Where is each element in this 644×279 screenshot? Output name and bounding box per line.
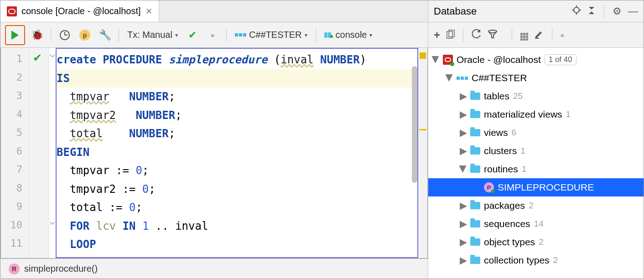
- editor-tabbar: console [Oracle - @localhost] ✕: [0, 0, 428, 22]
- tree-row[interactable]: ▶routines1: [428, 160, 644, 178]
- expand-arrow-icon[interactable]: ▶: [444, 75, 455, 81]
- add-button[interactable]: +: [434, 29, 440, 41]
- more-button[interactable]: »: [561, 31, 564, 39]
- folder-icon: [470, 202, 480, 209]
- count-label: 2: [539, 237, 544, 247]
- tree-row[interactable]: PSIMPLEPROCEDURE: [428, 178, 644, 196]
- code-line[interactable]: tmpvar := 0;: [57, 161, 417, 180]
- code-line[interactable]: create PROCEDURE simpleprocedure (inval …: [57, 51, 417, 69]
- commit-button[interactable]: ✔: [184, 27, 201, 43]
- expand-arrow-icon[interactable]: ▶: [460, 255, 467, 266]
- filter-button[interactable]: [488, 30, 497, 40]
- database-tree[interactable]: ▶Oracle - @localhost1 of 40▶C##TESTER▶ta…: [428, 48, 644, 279]
- code-line[interactable]: tmpvar2 NUMBER;: [57, 106, 417, 125]
- target-icon[interactable]: [572, 5, 581, 17]
- expand-arrow-icon[interactable]: ▶: [460, 145, 467, 156]
- tree-label: tables: [484, 91, 509, 102]
- procedure-badge-button[interactable]: p: [77, 27, 93, 43]
- copy-button[interactable]: [447, 30, 455, 40]
- separator: [119, 29, 119, 41]
- code-line[interactable]: total NUMBER;: [57, 124, 417, 143]
- expand-arrow-icon[interactable]: ▶: [460, 218, 467, 229]
- history-button[interactable]: [57, 27, 73, 43]
- expand-arrow-icon[interactable]: ▶: [458, 166, 469, 172]
- line-number: 3: [1, 87, 29, 105]
- expand-arrow-icon[interactable]: ▶: [460, 200, 467, 211]
- expand-arrow-icon[interactable]: ▶: [460, 127, 467, 138]
- play-icon: [11, 31, 19, 40]
- code-editor[interactable]: 1234567891011 ✔ create PROCEDURE simplep…: [0, 48, 428, 258]
- code-line[interactable]: tmpvar2 := 0;: [57, 180, 417, 199]
- svg-rect-0: [9, 9, 15, 14]
- tree-row[interactable]: ▶C##TESTER: [428, 69, 644, 87]
- line-number: 1: [1, 50, 29, 68]
- console-tab[interactable]: console [Oracle - @localhost] ✕: [0, 0, 159, 22]
- procedure-icon: P: [484, 182, 494, 192]
- tree-label: object types: [484, 237, 535, 248]
- database-panel-title: Database: [434, 5, 566, 17]
- tx-mode-dropdown[interactable]: Tx: Manual▾: [125, 30, 181, 40]
- count-label: 1: [566, 109, 571, 119]
- fold-handle-icon[interactable]: [50, 221, 55, 226]
- tree-row[interactable]: ▶object types2: [428, 233, 644, 251]
- line-number: 10: [1, 216, 29, 235]
- line-number: 5: [1, 124, 29, 142]
- scrollbar-thumb[interactable]: [412, 66, 417, 183]
- code-line[interactable]: tmpvar NUMBER;: [57, 88, 417, 106]
- folder-icon: [470, 257, 480, 264]
- code-area[interactable]: create PROCEDURE simpleprocedure (inval …: [56, 48, 418, 258]
- expand-arrow-icon[interactable]: ▶: [460, 237, 467, 248]
- tree-label: routines: [484, 164, 518, 175]
- line-number: 4: [1, 105, 29, 124]
- more-tx-button[interactable]: »: [204, 27, 221, 43]
- tree-row[interactable]: ▶Oracle - @localhost1 of 40: [428, 51, 644, 69]
- database-panel-header: Database ⚙ —: [428, 0, 644, 22]
- refresh-button[interactable]: [472, 29, 482, 41]
- tree-row[interactable]: ▶tables25: [428, 87, 644, 105]
- marker-stripe[interactable]: [418, 48, 427, 258]
- schema-dropdown[interactable]: C##TESTER▾: [232, 30, 310, 40]
- breadcrumb-label[interactable]: simpleprocedure(): [24, 264, 98, 274]
- line-number: 2: [1, 68, 29, 87]
- code-line[interactable]: LOOP: [57, 235, 417, 254]
- schema-icon: [457, 77, 468, 80]
- close-icon[interactable]: ✕: [145, 6, 152, 16]
- chevron-down-icon: ▾: [175, 32, 178, 38]
- separator: [463, 29, 463, 41]
- table-view-button[interactable]: [520, 29, 528, 41]
- code-line[interactable]: FOR lcv IN 1 .. inval: [57, 217, 417, 236]
- debug-button[interactable]: 🐞: [29, 27, 45, 43]
- code-line[interactable]: IS: [57, 69, 417, 88]
- folder-icon: [470, 111, 480, 118]
- run-button[interactable]: [5, 25, 25, 45]
- collapse-icon[interactable]: [587, 5, 596, 17]
- oracle-icon: [443, 55, 453, 65]
- datasource-dropdown[interactable]: console▾: [322, 30, 375, 40]
- tree-row[interactable]: ▶clusters1: [428, 142, 644, 160]
- p-badge-icon: p: [79, 30, 90, 41]
- minimize-icon[interactable]: —: [628, 5, 638, 17]
- tree-row[interactable]: ▶collection types2: [428, 251, 644, 269]
- folder-icon: [470, 129, 480, 136]
- check-icon: ✔: [33, 52, 42, 64]
- expand-arrow-icon[interactable]: ▶: [431, 57, 441, 63]
- chevron-down-icon: ▾: [305, 32, 307, 38]
- tree-row[interactable]: ▶sequences14: [428, 215, 644, 233]
- code-line[interactable]: BEGIN: [57, 143, 417, 162]
- settings-button[interactable]: 🔧: [97, 27, 113, 43]
- edit-button[interactable]: [535, 30, 544, 40]
- tree-label: Oracle - @localhost: [457, 54, 541, 65]
- tree-label: SIMPLEPROCEDURE: [498, 182, 594, 193]
- gear-icon[interactable]: ⚙: [613, 5, 622, 17]
- fold-handle-icon[interactable]: [50, 53, 55, 59]
- expand-arrow-icon[interactable]: ▶: [460, 91, 467, 102]
- tab-title: console [Oracle - @localhost]: [21, 6, 141, 16]
- expand-arrow-icon[interactable]: ▶: [460, 109, 467, 120]
- tree-label: packages: [484, 200, 525, 211]
- routine-icon: R: [9, 264, 20, 274]
- tree-row[interactable]: ▶packages2: [428, 196, 644, 215]
- code-line[interactable]: total := 0;: [57, 198, 417, 217]
- folder-icon: [470, 220, 480, 227]
- tree-row[interactable]: ▶views6: [428, 124, 644, 142]
- tree-row[interactable]: ▶materialized views1: [428, 105, 644, 124]
